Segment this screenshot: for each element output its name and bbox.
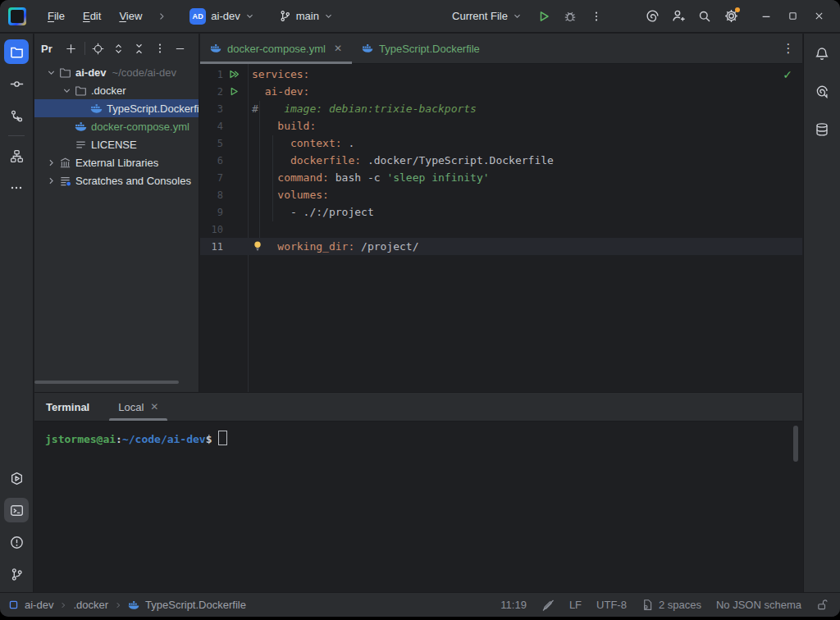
breadcrumb-project[interactable]: ai-dev	[25, 599, 53, 611]
line-separator-widget[interactable]: LF	[569, 599, 582, 611]
terminal-output[interactable]: jstormes@ai:~/code/ai-dev$	[34, 422, 802, 592]
window-close-button[interactable]	[806, 4, 832, 29]
tree-item-external-libraries[interactable]: External Libraries	[34, 153, 199, 171]
chevron-right-icon[interactable]	[44, 176, 57, 186]
hide-panel-icon[interactable]	[171, 39, 190, 58]
lock-open-icon[interactable]	[816, 599, 829, 611]
close-tab-icon[interactable]: ✕	[334, 43, 342, 54]
project-widget[interactable]: AD ai-dev	[183, 5, 260, 28]
json-schema-widget[interactable]: No JSON schema	[716, 599, 801, 611]
project-tool-button[interactable]	[4, 39, 29, 64]
code-line[interactable]: 10	[200, 221, 802, 238]
git-branch-icon	[279, 10, 291, 22]
commit-tool-button[interactable]	[4, 71, 29, 96]
window-maximize-button[interactable]	[779, 4, 806, 29]
more-tool-windows-button[interactable]	[4, 176, 29, 200]
tree-item-docker-compose[interactable]: docker-compose.yml	[34, 117, 199, 135]
more-actions-button[interactable]	[584, 4, 609, 29]
menu-edit[interactable]: Edit	[75, 6, 109, 26]
menu-overflow-chevron-icon[interactable]	[152, 7, 171, 25]
chevron-right-icon	[59, 601, 67, 609]
collapse-all-icon[interactable]	[130, 39, 149, 58]
run-button[interactable]	[532, 4, 556, 29]
module-icon	[8, 599, 19, 610]
tree-item-ai-dev[interactable]: ai-dev ~/code/ai-dev	[34, 63, 199, 81]
docker-whale-icon	[74, 121, 87, 133]
encoding-widget[interactable]: UTF-8	[596, 599, 627, 611]
project-panel: Pr ai-dev ~/code/ai-dev .docker TypeScri…	[34, 34, 199, 392]
highlighting-disabled-icon[interactable]	[541, 599, 555, 612]
vcs-tool-button[interactable]	[4, 103, 29, 128]
code-line[interactable]: 7 command: bash -c 'sleep infinity'	[200, 169, 802, 186]
tree-item-scratches[interactable]: Scratches and Consoles	[34, 171, 199, 189]
terminal-tool-button[interactable]	[4, 498, 29, 522]
docker-whale-icon	[89, 103, 103, 115]
panel-options-icon[interactable]	[150, 39, 170, 58]
tree-item-docker-folder[interactable]: .docker	[34, 81, 199, 99]
code-line[interactable]: 5 context: .	[200, 134, 802, 152]
run-all-services-icon[interactable]	[223, 69, 244, 80]
close-terminal-tab-icon[interactable]: ✕	[150, 401, 158, 413]
structure-tool-button[interactable]	[4, 144, 29, 168]
breadcrumb-folder[interactable]: .docker	[73, 599, 108, 611]
code-line[interactable]: 8 volumes:	[200, 186, 802, 203]
editor-area: docker-compose.yml ✕ TypeScript.Dockerfi…	[200, 34, 802, 392]
database-tool-button[interactable]	[810, 117, 834, 142]
code-line[interactable]: 1 services:	[200, 66, 802, 83]
prompt-user: jstormes@ai	[45, 433, 116, 445]
code-with-me-icon[interactable]	[666, 4, 691, 29]
horizontal-scrollbar[interactable]	[34, 381, 179, 384]
breadcrumbs: ai-dev .docker TypeScript.Dockerfile	[8, 599, 246, 611]
menu-file[interactable]: File	[39, 6, 73, 26]
settings-gear-icon[interactable]	[719, 4, 743, 29]
code-line[interactable]: 4 build:	[200, 117, 802, 134]
chevron-down-icon[interactable]	[44, 67, 57, 78]
terminal-title: Terminal	[46, 401, 89, 413]
run-service-icon[interactable]	[223, 86, 244, 97]
left-tool-stripe	[0, 34, 34, 592]
select-opened-file-icon[interactable]	[89, 39, 108, 58]
code-line-current[interactable]: 11 working_dir: /project/	[200, 238, 802, 255]
header-divider	[84, 42, 85, 55]
code-line[interactable]: 3 # image: debian:trixie-backports	[200, 100, 802, 117]
folder-icon	[58, 66, 71, 79]
notifications-bell-button[interactable]	[810, 42, 834, 66]
ai-assistant-icon[interactable]	[640, 4, 664, 29]
code-line[interactable]: 2 ai-dev:	[200, 83, 802, 100]
menu-view[interactable]: View	[111, 6, 150, 26]
code-editor[interactable]: ✓ 1 services: 2 ai-dev: 3 # image: debia…	[200, 64, 802, 392]
intention-bulb-icon[interactable]	[252, 240, 263, 252]
title-bar: File Edit View AD ai-dev main Current Fi…	[0, 0, 840, 33]
vcs-branch-widget[interactable]: main	[272, 7, 340, 25]
chevron-right-icon[interactable]	[44, 157, 57, 168]
text-file-icon	[74, 139, 87, 151]
terminal-tab-local[interactable]: Local ✕	[114, 393, 162, 421]
tab-options-icon[interactable]: ⋮	[778, 38, 799, 59]
window-minimize-button[interactable]	[753, 4, 779, 29]
add-icon[interactable]	[62, 39, 81, 58]
run-tool-button[interactable]	[4, 466, 29, 490]
indent-widget[interactable]: 2 spaces	[641, 599, 701, 611]
project-path: ~/code/ai-dev	[112, 66, 176, 79]
chevron-down-icon	[245, 11, 254, 21]
breadcrumb-file[interactable]: TypeScript.Dockerfile	[145, 599, 246, 611]
ai-assistant-tool-button[interactable]	[810, 80, 834, 104]
chevron-down-icon[interactable]	[60, 85, 73, 96]
expand-all-icon[interactable]	[109, 39, 129, 58]
terminal-scrollbar[interactable]	[793, 426, 798, 462]
project-name: ai-dev	[211, 10, 240, 22]
tree-item-typescript-dockerfile[interactable]: TypeScript.Dockerfile	[34, 99, 199, 117]
problems-tool-button[interactable]	[4, 530, 29, 554]
tree-item-license[interactable]: LICENSE	[34, 135, 199, 153]
libraries-icon	[58, 157, 71, 169]
search-everywhere-icon[interactable]	[692, 4, 717, 29]
code-line[interactable]: 6 dockerfile: .docker/TypeScript.Dockerf…	[200, 152, 802, 169]
chevron-down-icon	[324, 11, 333, 21]
tab-docker-compose[interactable]: docker-compose.yml ✕	[200, 34, 352, 63]
version-control-tool-button[interactable]	[4, 562, 29, 586]
tab-typescript-dockerfile[interactable]: TypeScript.Dockerfile	[352, 34, 490, 63]
code-line[interactable]: 9 - ./:/project	[200, 203, 802, 221]
debug-button[interactable]	[558, 4, 582, 29]
caret-position-widget[interactable]: 11:19	[500, 599, 527, 611]
run-configuration-select[interactable]: Current File	[447, 7, 527, 25]
